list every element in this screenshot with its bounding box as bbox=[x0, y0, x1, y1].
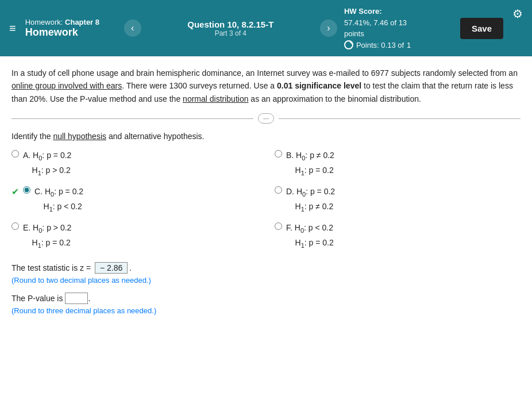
section-label: Identify the null hypothesis and alterna… bbox=[11, 132, 521, 141]
divider: ··· bbox=[11, 113, 521, 124]
score-section: HW Score: 57.41%, 7.46 of 13 points Poin… bbox=[344, 6, 448, 51]
option-e[interactable]: E. H0: p > 0.2 H1: p = 0.2 bbox=[11, 221, 257, 251]
save-button[interactable]: Save bbox=[460, 18, 503, 39]
p-value-input[interactable] bbox=[65, 293, 88, 304]
option-f-radio[interactable] bbox=[275, 222, 282, 230]
p-value-row: The P-value is . bbox=[11, 293, 521, 304]
p-value-period: . bbox=[88, 294, 90, 303]
homework-label: Homework bbox=[25, 26, 117, 39]
z-value-box[interactable]: − 2.86 bbox=[95, 262, 128, 274]
option-b-radio[interactable] bbox=[275, 150, 282, 157]
header-title: Homework: Chapter 8 Homework bbox=[25, 18, 117, 39]
option-a-radio[interactable] bbox=[11, 150, 19, 157]
question-title: Question 10, 8.2.15-T bbox=[148, 20, 313, 29]
option-a-text: A. H0: p = 0.2 H1: p > 0.2 bbox=[23, 149, 71, 178]
header-title-prefix: Homework: Chapter 8 bbox=[25, 18, 117, 26]
divider-line-left bbox=[11, 118, 253, 119]
main-content: In a study of cell phone usage and brain… bbox=[0, 56, 532, 335]
option-c-radio[interactable] bbox=[23, 186, 30, 194]
points-value: 1 bbox=[407, 40, 411, 51]
option-f[interactable]: F. H0: p < 0.2 H1: p = 0.2 bbox=[275, 221, 521, 251]
hw-score-value: 57.41%, 7.46 of 13 bbox=[344, 17, 448, 29]
gear-icon[interactable]: ⚙ bbox=[512, 7, 523, 21]
option-c-text: C. H0: p = 0.2 H1: p < 0.2 bbox=[34, 185, 83, 214]
option-d-radio[interactable] bbox=[275, 186, 282, 194]
points-icon bbox=[344, 40, 353, 49]
test-stat-period: . bbox=[129, 263, 132, 272]
problem-text: In a study of cell phone usage and brain… bbox=[11, 67, 521, 105]
hw-score-unit: points bbox=[344, 28, 448, 40]
points-row: Points: 0.13 of 1 bbox=[344, 40, 448, 51]
option-e-text: E. H0: p > 0.2 H1: p = 0.2 bbox=[23, 221, 71, 251]
question-part: Part 3 of 4 bbox=[148, 29, 313, 37]
hw-score-label: HW Score: bbox=[344, 6, 448, 17]
test-stat-hint: (Round to two decimal places as needed.) bbox=[11, 276, 521, 285]
check-icon: ✔ bbox=[11, 186, 19, 197]
test-stat-label: The test statistic is z = bbox=[11, 263, 93, 272]
divider-line-right bbox=[279, 118, 521, 119]
options-grid: A. H0: p = 0.2 H1: p > 0.2 B. H0: p ≠ 0.… bbox=[11, 149, 521, 251]
option-e-radio[interactable] bbox=[11, 222, 19, 230]
points-label: Points: 0.13 of bbox=[356, 40, 404, 51]
chapter-label: Chapter 8 bbox=[65, 18, 99, 26]
prev-button[interactable]: ‹ bbox=[124, 20, 141, 37]
option-b-text: B. H0: p ≠ 0.2 H1: p = 0.2 bbox=[286, 149, 334, 178]
question-info: Question 10, 8.2.15-T Part 3 of 4 bbox=[148, 20, 313, 37]
option-c[interactable]: ✔ C. H0: p = 0.2 H1: p < 0.2 bbox=[11, 185, 257, 214]
test-statistic-row: The test statistic is z = − 2.86. bbox=[11, 262, 521, 274]
option-f-text: F. H0: p < 0.2 H1: p = 0.2 bbox=[286, 221, 334, 251]
option-d[interactable]: D. H0: p = 0.2 H1: p ≠ 0.2 bbox=[275, 185, 521, 214]
header: ≡ Homework: Chapter 8 Homework ‹ Questio… bbox=[0, 0, 532, 56]
menu-icon[interactable]: ≡ bbox=[9, 22, 16, 35]
option-b[interactable]: B. H0: p ≠ 0.2 H1: p = 0.2 bbox=[275, 149, 521, 178]
option-d-text: D. H0: p = 0.2 H1: p ≠ 0.2 bbox=[286, 185, 335, 214]
p-value-hint: (Round to three decimal places as needed… bbox=[11, 306, 521, 315]
divider-dots-button[interactable]: ··· bbox=[258, 113, 274, 124]
p-value-label: The P-value is bbox=[11, 294, 65, 303]
option-a[interactable]: A. H0: p = 0.2 H1: p > 0.2 bbox=[11, 149, 257, 178]
next-button[interactable]: › bbox=[320, 20, 337, 37]
